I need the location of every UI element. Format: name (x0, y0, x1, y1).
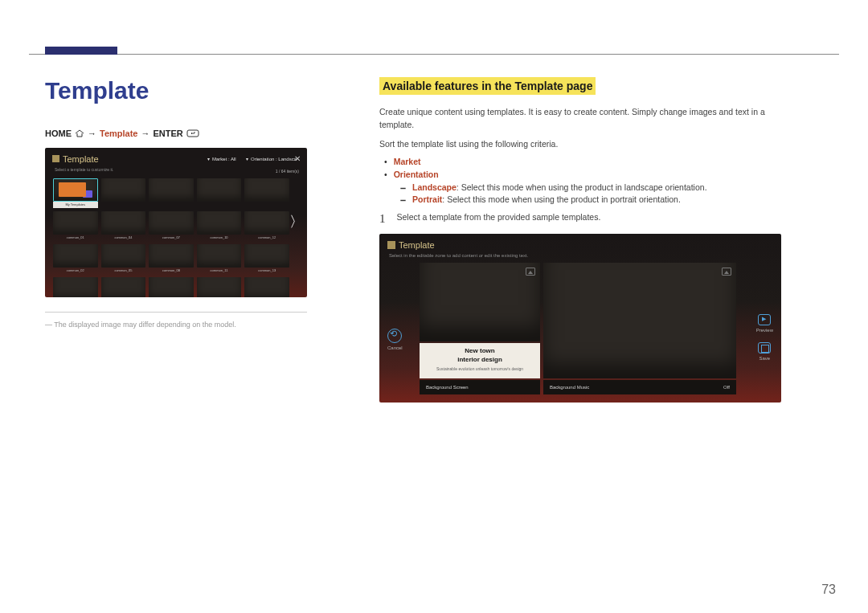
cancel-button[interactable]: Cancel (387, 329, 403, 350)
thumbnail-image (149, 277, 194, 297)
thumbnail-image (197, 211, 242, 235)
thumbnail-label (197, 202, 242, 208)
divider (45, 312, 307, 313)
thumbnail-label: common_12 (244, 235, 289, 241)
option-market: Market (384, 157, 797, 166)
template-thumbnail[interactable] (149, 178, 194, 208)
next-page-arrow-icon[interactable]: 〉 (289, 212, 304, 231)
chevron-down-icon: ▾ (246, 156, 248, 161)
template-thumbnail[interactable]: common_03 (53, 277, 98, 297)
thumbnail-image (149, 244, 194, 268)
bc-home: HOME (45, 129, 72, 138)
option-market-label: Market (394, 157, 421, 166)
market-dropdown[interactable]: ▾Market : All (207, 156, 236, 161)
orientation-dropdown[interactable]: ▾Orientation : Landsca (246, 156, 297, 161)
template-thumbnail[interactable]: common_12 (244, 211, 289, 241)
breadcrumb: HOME → Template → ENTER (45, 129, 350, 138)
bg-screen-label: Background Screen (426, 385, 469, 390)
page-title: Template (45, 77, 350, 104)
thumbnail-image (53, 277, 98, 297)
template-thumbnail[interactable]: common_04 (101, 211, 146, 241)
template-thumbnail[interactable] (244, 178, 289, 208)
sub-portrait-name: Portrait (412, 194, 442, 204)
preview-icon (758, 314, 771, 325)
text-line-1: New town (420, 347, 540, 355)
intro-para-1: Create unique content using templates. I… (379, 106, 797, 132)
template-thumbnail[interactable]: common_07 (149, 211, 194, 241)
orientation-dropdown-label: Orientation : Landsca (251, 157, 297, 161)
background-music-bar[interactable]: Background Music Off (543, 380, 736, 394)
ss2-subtitle: Select in the editable zone to add conte… (389, 253, 528, 258)
cancel-icon (387, 329, 402, 343)
thumbnail-image (149, 178, 194, 202)
template-thumbnail[interactable]: common_06 (101, 277, 146, 297)
thumbnail-label: common_01 (53, 235, 98, 241)
template-thumbnail[interactable]: common_02 (53, 244, 98, 274)
sub-landscape-desc: : Select this mode when using the produc… (457, 182, 707, 192)
bc-enter: ENTER (153, 129, 182, 138)
enter-icon (186, 129, 199, 137)
image-icon (722, 268, 731, 276)
thumbnail-image (244, 178, 289, 202)
template-title-icon (52, 155, 59, 162)
ss2-title: Template (399, 240, 435, 250)
thumbnail-image (149, 211, 194, 235)
thumbnail-image (53, 178, 98, 202)
thumbnail-label: common_08 (149, 268, 194, 274)
template-thumbnail[interactable]: common_09 (149, 277, 194, 297)
header-band (29, 0, 839, 55)
option-orientation: Orientation Landscape: Select this mode … (384, 170, 797, 204)
thumbnail-label: common_07 (149, 235, 194, 241)
thumbnail-image (101, 244, 146, 268)
thumbnail-label: common_10 (197, 235, 242, 241)
chevron-down-icon: ▾ (207, 156, 210, 161)
sub-portrait-desc: : Select this mode when using the produc… (442, 194, 681, 204)
thumbnail-image (244, 211, 289, 235)
step-number: 1 (379, 212, 386, 226)
bc-template: Template (100, 129, 137, 138)
thumbnail-image (244, 277, 289, 297)
thumbnail-label (101, 202, 146, 208)
template-thumbnail[interactable] (197, 178, 242, 208)
save-label: Save (756, 356, 773, 361)
template-thumbnail[interactable]: My Templates (53, 178, 98, 208)
image-icon (526, 268, 535, 276)
template-thumbnail[interactable]: common_11 (197, 277, 242, 297)
editable-text-zone[interactable]: New town interior design Sustainable evo… (420, 343, 540, 378)
market-dropdown-label: Market : All (212, 157, 236, 161)
bg-music-label: Background Music (550, 385, 589, 390)
editable-image-zone-left[interactable] (420, 263, 540, 341)
section-heading: Available features in the Template page (379, 77, 596, 95)
background-screen-bar[interactable]: Background Screen (420, 380, 540, 394)
thumbnail-image (197, 277, 242, 297)
thumbnail-image (101, 178, 146, 202)
option-orientation-label: Orientation (394, 170, 439, 179)
thumbnail-label (244, 202, 289, 208)
thumbnail-image (53, 211, 98, 235)
thumbnail-image (244, 244, 289, 268)
save-button[interactable]: Save (756, 342, 773, 361)
template-thumbnail[interactable]: common_05 (101, 244, 146, 274)
template-thumbnail[interactable]: common_08 (149, 244, 194, 274)
template-thumbnail[interactable]: common_11 (197, 244, 242, 274)
thumbnail-label: common_11 (197, 268, 242, 274)
template-thumbnail[interactable]: common_13 (244, 244, 289, 274)
template-thumbnail[interactable] (101, 178, 146, 208)
preview-button[interactable]: Preview (756, 314, 773, 333)
close-icon[interactable]: ✕ (294, 154, 301, 163)
thumbnail-image (101, 277, 146, 297)
template-thumbnail[interactable]: common_01 (53, 211, 98, 241)
item-count: 1 / 64 item(s) (276, 169, 299, 174)
template-thumbnail[interactable]: common_14 (244, 277, 289, 297)
home-icon (75, 129, 84, 137)
chapter-tab (45, 47, 117, 55)
editable-image-zone-right[interactable] (543, 263, 736, 378)
thumbnail-image (53, 244, 98, 268)
bc-arrow1: → (88, 129, 96, 138)
step-1: 1 Select a template from the provided sa… (379, 212, 797, 226)
template-grid-screenshot: Template Select a template to customize … (45, 148, 307, 297)
sub-landscape-name: Landscape (412, 182, 457, 192)
ss1-subtitle: Select a template to customize it. (55, 167, 113, 172)
template-thumbnail[interactable]: common_10 (197, 211, 242, 241)
thumbnail-image (101, 211, 146, 235)
